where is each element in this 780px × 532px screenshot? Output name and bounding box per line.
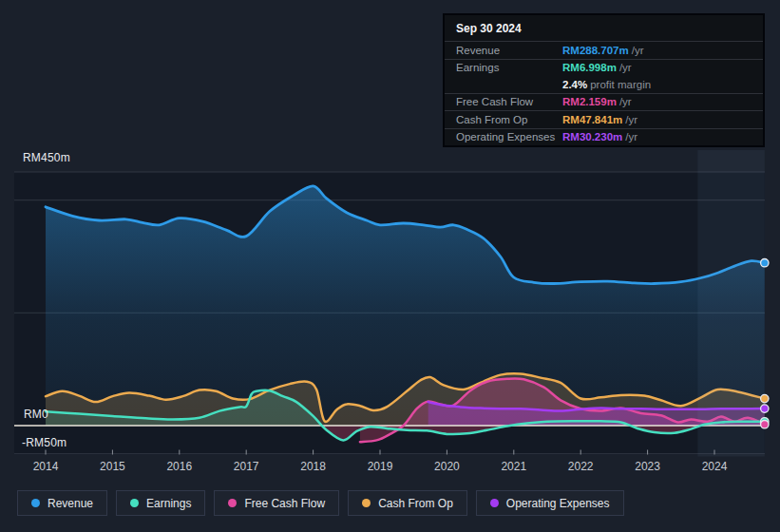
legend-item-cash-from-op[interactable]: Cash From Op [348,490,467,516]
tooltip-row-label: Revenue [456,45,562,56]
tooltip-row-operating-expenses: Operating ExpensesRM30.230m/yr [445,128,763,146]
tooltip-row-unit: /yr [632,45,644,56]
legend-item-label: Earnings [146,497,191,510]
tooltip-row-unit: /yr [625,131,637,142]
tooltip-row-value: RM6.998m [562,62,617,73]
x-axis-label-2019: 2019 [368,460,393,473]
y-axis-label-zero: RM0 [24,408,48,421]
financial-history-chart: RM450m RM0 -RM50m 2014201520162017201820… [0,0,780,532]
legend-item-label: Cash From Op [378,497,453,510]
tooltip-row-value: RM2.159m [562,96,617,107]
profit-margin-value: 2.4% [562,79,587,90]
x-axis-label-2023: 2023 [635,460,660,473]
x-axis-label-2016: 2016 [166,460,192,473]
tooltip-row-unit: /yr [619,96,632,107]
x-axis-label-2018: 2018 [300,460,326,473]
x-axis-label-2017: 2017 [234,460,259,473]
x-axis-label-2020: 2020 [434,460,460,473]
legend-color-dot [490,499,499,507]
tooltip-row-unit: /yr [625,114,637,125]
legend-item-free-cash-flow[interactable]: Free Cash Flow [214,490,339,516]
chart-tooltip: Sep 30 2024 RevenueRM288.707m/yrEarnings… [443,13,765,147]
legend-item-revenue[interactable]: Revenue [17,490,107,516]
tooltip-date: Sep 30 2024 [445,15,763,41]
legend-item-label: Revenue [48,497,93,510]
x-axis-label-2024: 2024 [702,460,728,473]
legend-item-operating-expenses[interactable]: Operating Expenses [476,490,624,516]
legend-color-dot [31,499,40,507]
legend-item-earnings[interactable]: Earnings [116,490,205,516]
legend-color-dot [228,499,237,507]
y-axis-label-top: RM450m [23,151,70,164]
legend-item-label: Free Cash Flow [244,497,325,510]
legend-color-dot [362,499,371,507]
tooltip-profit-margin: 2.4%profit margin [445,76,763,93]
tooltip-row-label: Free Cash Flow [456,96,562,107]
x-axis-label-2022: 2022 [568,460,594,473]
x-axis-label-2014: 2014 [33,460,59,473]
x-axis-label-2015: 2015 [100,460,125,473]
tooltip-row-label: Earnings [456,62,562,73]
tooltip-row-label: Operating Expenses [456,131,562,142]
tooltip-row-free-cash-flow: Free Cash FlowRM2.159m/yr [445,93,763,111]
tooltip-row-earnings: EarningsRM6.998m/yr [445,59,763,77]
x-axis-label-2021: 2021 [501,460,526,473]
y-axis-label-neg50: -RM50m [22,436,67,449]
tooltip-row-value: RM30.230m [562,131,622,142]
profit-margin-label: profit margin [590,79,651,90]
tooltip-row-revenue: RevenueRM288.707m/yr [445,41,763,59]
tooltip-row-value: RM47.841m [562,114,622,125]
tooltip-row-value: RM288.707m [562,45,629,56]
chart-legend: RevenueEarningsFree Cash FlowCash From O… [17,490,624,516]
tooltip-row-label: Cash From Op [456,114,562,125]
legend-color-dot [130,499,139,507]
tooltip-row-cash-from-op: Cash From OpRM47.841m/yr [445,110,763,128]
legend-item-label: Operating Expenses [506,497,610,510]
tooltip-row-unit: /yr [619,62,632,73]
